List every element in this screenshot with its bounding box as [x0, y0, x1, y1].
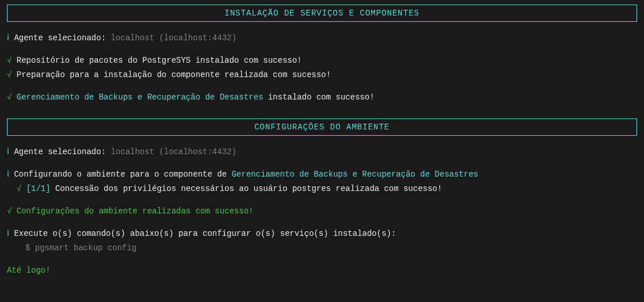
goodbye-line: Até logo! — [7, 265, 637, 277]
info-icon: ⅰ — [7, 147, 9, 156]
config-component: Gerenciamento de Backups e Recuperação d… — [231, 170, 478, 179]
check-icon: √ — [7, 70, 12, 79]
section-title: INSTALAÇÃO DE SERVIÇOS E COMPONENTES — [224, 9, 419, 18]
agent-value: localhost (localhost:4432) — [110, 33, 236, 43]
success-text: Configurações do ambiente realizadas com… — [17, 207, 254, 216]
config-success: √ Configurações do ambiente realizadas c… — [7, 205, 637, 217]
install-step: √ Preparação para a instalação do compon… — [7, 69, 637, 81]
agent-line: ⅰ Agente selecionado: localhost (localho… — [7, 146, 637, 158]
section-header-install: INSTALAÇÃO DE SERVIÇOS E COMPONENTES — [7, 5, 637, 22]
terminal-output: INSTALAÇÃO DE SERVIÇOS E COMPONENTES ⅰ A… — [0, 5, 644, 277]
command-line: $ pgsmart backup config — [7, 242, 637, 254]
section-title: CONFIGURAÇÕES DO AMBIENTE — [254, 123, 390, 132]
section-header-config: CONFIGURAÇÕES DO AMBIENTE — [7, 118, 637, 136]
config-prefix: Configurando o ambiente para o component… — [14, 170, 231, 179]
goodbye-text: Até logo! — [7, 266, 51, 275]
info-icon: ⅰ — [7, 33, 9, 43]
install-step: √ Repositório de pacotes do PostgreSYS i… — [7, 55, 637, 67]
command-prompt: $ — [25, 243, 35, 253]
check-icon: √ — [7, 56, 12, 65]
agent-value: localhost (localhost:4432) — [110, 147, 236, 156]
component-suffix: instalado com sucesso! — [263, 93, 374, 102]
step-text: Repositório de pacotes do PostgreSYS ins… — [17, 56, 302, 65]
check-icon: √ — [7, 207, 12, 216]
progress-line: √ [1/1] Concessão dos privilégios necess… — [7, 183, 637, 195]
progress-counter: [1/1] — [26, 184, 51, 193]
check-icon: √ — [7, 93, 12, 102]
agent-label: Agente selecionado: — [14, 33, 110, 43]
agent-label: Agente selecionado: — [14, 147, 110, 156]
exec-instruction: ⅰ Execute o(s) comando(s) abaixo(s) para… — [7, 228, 637, 240]
exec-label: Execute o(s) comando(s) abaixo(s) para c… — [14, 229, 396, 238]
config-line: ⅰ Configurando o ambiente para o compone… — [7, 169, 637, 181]
info-icon: ⅰ — [7, 229, 9, 238]
agent-line: ⅰ Agente selecionado: localhost (localho… — [7, 32, 637, 44]
component-name: Gerenciamento de Backups e Recuperação d… — [17, 93, 263, 102]
command-text: pgsmart backup config — [35, 243, 136, 253]
progress-text: Concessão dos privilégios necessários ao… — [51, 184, 443, 193]
check-icon: √ — [17, 184, 21, 193]
info-icon: ⅰ — [7, 170, 9, 179]
step-text: Preparação para a instalação do componen… — [17, 70, 331, 79]
install-component: √ Gerenciamento de Backups e Recuperação… — [7, 91, 637, 104]
